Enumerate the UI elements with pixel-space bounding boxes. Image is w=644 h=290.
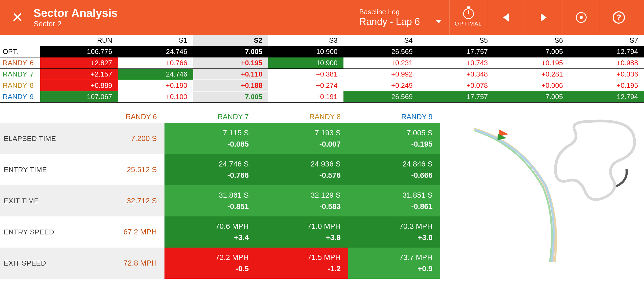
sector-col-RUN[interactable]: RUN — [40, 35, 118, 46]
sector-col-S2[interactable]: S2 — [193, 35, 268, 46]
metrics-cell: 24.936 S-0.576 — [256, 154, 348, 185]
metrics-cell: 25.512 S — [72, 154, 164, 185]
sector-cell: +0.100 — [118, 91, 193, 103]
table-row[interactable]: RANDY6+2.827+0.766+0.19510.900+0.231+0.7… — [0, 57, 644, 69]
metrics-cell: 72.8 MPH — [72, 248, 164, 279]
prev-button[interactable] — [487, 0, 525, 35]
metrics-row: ELAPSED TIME7.200 S7.115 S-0.0857.193 S-… — [0, 123, 440, 154]
metrics-cell: 31.861 S-0.851 — [164, 185, 257, 216]
baseline-selector[interactable]: Baseline Log Randy - Lap 6 — [359, 8, 441, 27]
metrics-cell: 7.200 S — [72, 123, 164, 154]
help-button[interactable]: ? — [600, 0, 637, 35]
track-map[interactable] — [440, 111, 644, 279]
sector-cell: +0.191 — [268, 91, 343, 103]
metrics-header: RANDY 6RANDY 7RANDY 8RANDY 9 — [0, 111, 440, 123]
metrics-col-header[interactable]: RANDY 6 — [72, 111, 164, 123]
help-icon: ? — [613, 11, 625, 24]
metrics-cell: 70.6 MPH+3.4 — [164, 216, 257, 248]
sector-cell: 24.746 — [118, 69, 193, 80]
metrics-row: EXIT TIME32.712 S31.861 S-0.85132.129 S-… — [0, 185, 440, 216]
metrics-cell: 72.2 MPH-0.5 — [164, 248, 257, 279]
sector-cell: 10.900 — [268, 46, 343, 57]
sector-cell: +0.743 — [419, 57, 494, 69]
baseline-label: Baseline Log — [359, 8, 400, 16]
table-row[interactable]: OPT.106.77624.7467.00510.90026.56917.757… — [0, 46, 644, 57]
sector-cell: +0.381 — [268, 69, 343, 80]
optimal-label: OPTIMAL — [455, 21, 482, 27]
metrics-col-header[interactable]: RANDY 7 — [164, 111, 257, 123]
sector-cell: +0.195 — [494, 57, 569, 69]
table-row[interactable]: RANDY8+0.889+0.190+0.188+0.274+0.249+0.0… — [0, 80, 644, 91]
sector-col-driver[interactable] — [0, 35, 40, 46]
metrics-row: ENTRY SPEED67.2 MPH70.6 MPH+3.471.0 MPH+… — [0, 216, 440, 248]
sector-cell: +0.889 — [40, 80, 118, 91]
arrow-left-icon — [503, 13, 509, 22]
sector-col-S6[interactable]: S6 — [494, 35, 569, 46]
locate-button[interactable] — [562, 0, 600, 35]
table-row[interactable]: RANDY7+2.15724.746+0.110+0.381+0.992+0.3… — [0, 69, 644, 80]
sector-cell: 106.776 — [40, 46, 118, 57]
next-button[interactable] — [525, 0, 562, 35]
sector-table: RUNS1S2S3S4S5S6S7 OPT.106.77624.7467.005… — [0, 35, 644, 103]
sector-cell: +0.988 — [569, 57, 644, 69]
close-icon: ✕ — [12, 10, 23, 24]
page-title: Sector Analysis — [34, 7, 118, 20]
sector-cell: 26.569 — [343, 91, 419, 103]
sector-cell: +0.190 — [118, 80, 193, 91]
sector-col-S5[interactable]: S5 — [419, 35, 494, 46]
metrics-cell: 7.115 S-0.085 — [164, 123, 257, 154]
sector-col-S1[interactable]: S1 — [118, 35, 193, 46]
sector-cell: +2.157 — [40, 69, 118, 80]
close-button[interactable]: ✕ — [7, 10, 28, 24]
metrics-cell: 67.2 MPH — [72, 216, 164, 248]
metrics-cell: 24.846 S-0.666 — [348, 154, 440, 185]
metrics-col-header[interactable]: RANDY 8 — [256, 111, 348, 123]
sector-cell: 7.005 — [193, 91, 268, 103]
driver-cell: RANDY9 — [0, 91, 40, 103]
metrics-cell: 31.851 S-0.861 — [348, 185, 440, 216]
arrow-right-icon — [541, 13, 547, 22]
sector-cell: +0.231 — [343, 57, 419, 69]
driver-cell: OPT. — [0, 46, 40, 57]
sector-cell: +0.274 — [268, 80, 343, 91]
driver-cell: RANDY6 — [0, 57, 40, 69]
metrics-label: ENTRY SPEED — [0, 216, 72, 248]
sector-cell: 7.005 — [193, 46, 268, 57]
driver-cell: RANDY8 — [0, 80, 40, 91]
sector-cell: 10.900 — [268, 57, 343, 69]
metrics-cell: 32.712 S — [72, 185, 164, 216]
sector-cell: +0.195 — [193, 57, 268, 69]
metrics-label: EXIT SPEED — [0, 248, 72, 279]
sector-cell: +0.249 — [343, 80, 419, 91]
sector-col-S4[interactable]: S4 — [343, 35, 419, 46]
metrics-cell: 7.005 S-0.195 — [348, 123, 440, 154]
sector-cell: 26.569 — [343, 46, 419, 57]
metrics-table: RANDY 6RANDY 7RANDY 8RANDY 9 ELAPSED TIM… — [0, 111, 440, 279]
metrics-col-header[interactable]: RANDY 9 — [348, 111, 440, 123]
lap-line-8 — [474, 129, 556, 261]
sector-cell: 17.757 — [419, 91, 494, 103]
stopwatch-icon — [463, 8, 474, 19]
sector-cell: 7.005 — [494, 46, 569, 57]
track-outline — [555, 121, 635, 200]
metrics-cell: 7.193 S-0.007 — [256, 123, 348, 154]
metrics-label: EXIT TIME — [0, 185, 72, 216]
metrics-label: ELAPSED TIME — [0, 123, 72, 154]
sector-cell: +0.110 — [193, 69, 268, 80]
track-map-svg — [440, 111, 644, 272]
page-title-block: Sector Analysis Sector 2 — [34, 7, 118, 28]
track-segment-marker — [617, 170, 627, 186]
sector-cell: 24.746 — [118, 46, 193, 57]
optimal-button[interactable]: OPTIMAL — [449, 0, 487, 35]
sector-cell: +0.992 — [343, 69, 419, 80]
sector-cell: +0.281 — [494, 69, 569, 80]
sector-col-S7[interactable]: S7 — [569, 35, 644, 46]
table-row[interactable]: RANDY9107.067+0.1007.005+0.19126.56917.7… — [0, 91, 644, 103]
sector-col-S3[interactable]: S3 — [268, 35, 343, 46]
driver-cell: RANDY7 — [0, 69, 40, 80]
sector-cell: +0.188 — [193, 80, 268, 91]
metrics-cell: 70.3 MPH+3.0 — [348, 216, 440, 248]
sector-cell: +0.078 — [419, 80, 494, 91]
sector-cell: +0.348 — [419, 69, 494, 80]
metrics-label: ENTRY TIME — [0, 154, 72, 185]
